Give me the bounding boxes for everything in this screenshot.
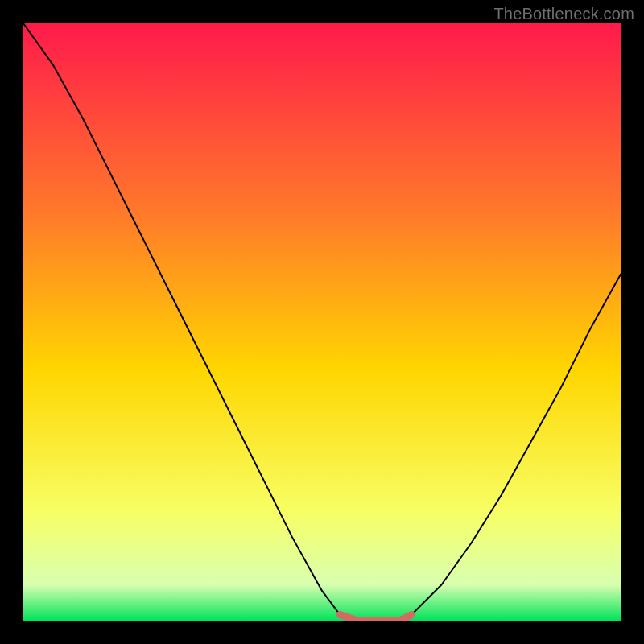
gradient-background (23, 23, 621, 621)
attribution-text: TheBottleneck.com (493, 5, 634, 23)
chart-frame: TheBottleneck.com (0, 0, 644, 644)
chart-svg (23, 23, 621, 621)
plot-area (23, 23, 621, 621)
